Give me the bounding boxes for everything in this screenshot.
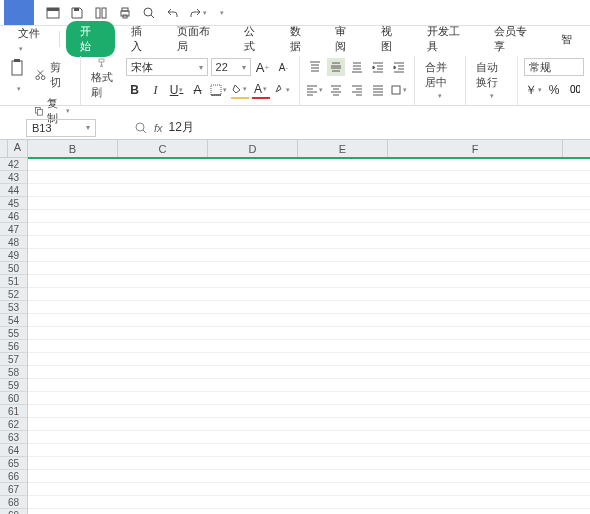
row-header[interactable]: 58: [0, 366, 27, 379]
menu-member[interactable]: 会员专享: [482, 20, 549, 58]
row-header[interactable]: 42: [0, 158, 27, 171]
grid-row[interactable]: [28, 392, 590, 405]
grid-row[interactable]: [28, 470, 590, 483]
grid-row[interactable]: [28, 223, 590, 236]
strike-button[interactable]: A: [189, 81, 207, 99]
font-color-button[interactable]: A: [252, 81, 270, 99]
row-header[interactable]: 54: [0, 314, 27, 327]
grid-row[interactable]: [28, 496, 590, 509]
grid-row[interactable]: [28, 171, 590, 184]
zoom-icon[interactable]: [134, 121, 148, 135]
menu-dev[interactable]: 开发工具: [415, 20, 482, 58]
grid-row[interactable]: [28, 249, 590, 262]
formula-value[interactable]: 12月: [169, 119, 194, 136]
align-bottom-icon[interactable]: [348, 58, 366, 76]
grid-row[interactable]: [28, 457, 590, 470]
percent-button[interactable]: %: [545, 81, 563, 99]
align-middle-icon[interactable]: [327, 58, 345, 76]
row-header[interactable]: 68: [0, 496, 27, 509]
row-header[interactable]: 63: [0, 431, 27, 444]
paste-button[interactable]: [6, 56, 30, 80]
qat-home-icon[interactable]: [42, 3, 64, 23]
grid-row[interactable]: [28, 236, 590, 249]
row-header[interactable]: 53: [0, 301, 27, 314]
align-justify-icon[interactable]: [369, 81, 387, 99]
column-header[interactable]: C: [118, 140, 208, 157]
row-header[interactable]: 47: [0, 223, 27, 236]
menu-data[interactable]: 数据: [278, 20, 324, 58]
row-header[interactable]: 55: [0, 327, 27, 340]
row-header[interactable]: 46: [0, 210, 27, 223]
row-header[interactable]: 43: [0, 171, 27, 184]
column-header[interactable]: D: [208, 140, 298, 157]
row-header[interactable]: 45: [0, 197, 27, 210]
grid-row[interactable]: [28, 379, 590, 392]
painter-button[interactable]: 格式刷: [87, 56, 118, 102]
cut-button[interactable]: 剪切: [30, 58, 74, 92]
grid-row[interactable]: [28, 353, 590, 366]
qat-save-icon[interactable]: [66, 3, 88, 23]
number-format-select[interactable]: 常规: [524, 58, 584, 76]
grid-row[interactable]: [28, 197, 590, 210]
font-name-select[interactable]: 宋体▾: [126, 58, 208, 76]
merge-button[interactable]: 合并居中: [421, 56, 460, 102]
row-header[interactable]: 61: [0, 405, 27, 418]
grid-row[interactable]: [28, 405, 590, 418]
row-header[interactable]: 56: [0, 340, 27, 353]
corner-cell[interactable]: A: [0, 140, 27, 158]
qat-folder-icon[interactable]: [90, 3, 112, 23]
grid-row[interactable]: [28, 275, 590, 288]
row-header[interactable]: 48: [0, 236, 27, 249]
column-header[interactable]: F: [388, 140, 563, 157]
bold-button[interactable]: B: [126, 81, 144, 99]
grid-row[interactable]: [28, 210, 590, 223]
grid-row[interactable]: [28, 314, 590, 327]
menu-more[interactable]: 智: [549, 28, 584, 51]
grid-row[interactable]: [28, 444, 590, 457]
grid-row[interactable]: [28, 262, 590, 275]
comma-button[interactable]: 00: [566, 81, 584, 99]
menu-formula[interactable]: 公式: [232, 20, 278, 58]
row-header[interactable]: 49: [0, 249, 27, 262]
row-header[interactable]: 65: [0, 457, 27, 470]
row-header[interactable]: 50: [0, 262, 27, 275]
menu-view[interactable]: 视图: [369, 20, 415, 58]
underline-button[interactable]: U: [168, 81, 186, 99]
grid-row[interactable]: [28, 340, 590, 353]
grid-row[interactable]: [28, 483, 590, 496]
grid-row[interactable]: [28, 184, 590, 197]
font-size-select[interactable]: 22▾: [211, 58, 251, 76]
name-box[interactable]: B13▾: [26, 119, 96, 137]
row-header[interactable]: 66: [0, 470, 27, 483]
menu-review[interactable]: 审阅: [323, 20, 369, 58]
align-left-icon[interactable]: [306, 81, 324, 99]
font-shrink-icon[interactable]: A-: [275, 58, 293, 76]
menu-layout[interactable]: 页面布局: [165, 20, 232, 58]
row-header[interactable]: 52: [0, 288, 27, 301]
menu-insert[interactable]: 插入: [119, 20, 165, 58]
row-header[interactable]: 67: [0, 483, 27, 496]
row-header[interactable]: 44: [0, 184, 27, 197]
row-header[interactable]: 60: [0, 392, 27, 405]
align-top-icon[interactable]: [306, 58, 324, 76]
grid-row[interactable]: [28, 431, 590, 444]
cells-area[interactable]: BCDEF: [28, 140, 590, 514]
column-header[interactable]: B: [28, 140, 118, 157]
paste-dropdown[interactable]: [16, 84, 21, 93]
align-right-icon[interactable]: [348, 81, 366, 99]
grid-row[interactable]: [28, 327, 590, 340]
row-header[interactable]: 69: [0, 509, 27, 514]
grid-row[interactable]: [28, 366, 590, 379]
row-header[interactable]: 59: [0, 379, 27, 392]
grid-row[interactable]: [28, 509, 590, 514]
fx-icon[interactable]: fx: [154, 122, 163, 134]
menu-start[interactable]: 开始: [66, 21, 116, 57]
orientation-icon[interactable]: [390, 81, 408, 99]
font-grow-icon[interactable]: A+: [254, 58, 272, 76]
grid-row[interactable]: [28, 418, 590, 431]
italic-button[interactable]: I: [147, 81, 165, 99]
grid-row[interactable]: [28, 301, 590, 314]
cell-style-button[interactable]: [273, 81, 291, 99]
row-header[interactable]: 62: [0, 418, 27, 431]
grid-row[interactable]: [28, 158, 590, 171]
